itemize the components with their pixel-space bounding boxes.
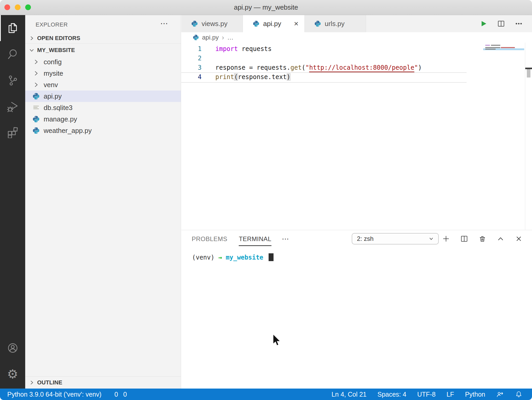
sidebar-more-actions-button[interactable]: ⋯ [160, 19, 169, 28]
status-item-ln-4-col-21[interactable]: Ln 4, Col 21 [331, 391, 367, 398]
tree-item-label: config [44, 58, 62, 66]
tree-item-mysite[interactable]: mysite [25, 68, 181, 79]
activity-bar-item-explorer[interactable] [0, 15, 25, 41]
line-number: 3 [181, 63, 202, 72]
editor-tab-views.py[interactable]: views.py [181, 15, 243, 32]
workspace-section[interactable]: MY_WEBSITE [25, 44, 181, 56]
panel-tab-terminal[interactable]: TERMINAL [239, 232, 271, 246]
tree-item-label: db.sqlite3 [44, 104, 72, 112]
breadcrumb-tail[interactable]: … [227, 34, 234, 41]
close-panel-icon[interactable] [514, 234, 523, 243]
more-actions-icon[interactable] [514, 19, 523, 28]
minimap-line [485, 45, 490, 46]
python-interpreter-status[interactable]: Python 3.9.0 64-bit ('venv': venv) [7, 391, 102, 398]
tree-item-manage.py[interactable]: manage.py [25, 113, 181, 125]
outline-label: OUTLINE [37, 379, 62, 386]
token-string: " [414, 64, 418, 71]
status-item-lf[interactable]: LF [447, 391, 454, 398]
python-icon [193, 34, 199, 41]
python-icon [32, 127, 40, 134]
scrollbar-handle[interactable] [527, 69, 530, 78]
line-text: response = requests.get("http://localhos… [215, 63, 422, 72]
token-plain: ) [418, 64, 422, 71]
code-line-3[interactable]: 3response = requests.get("http://localho… [181, 63, 483, 72]
token-bracket-match: ) [287, 73, 290, 81]
split-editor-icon[interactable] [497, 19, 506, 28]
status-item-python[interactable]: Python [465, 391, 485, 398]
terminal-venv: (venv) [192, 254, 215, 261]
activity-bar-item-extensions[interactable] [0, 119, 25, 145]
tab-label: urls.py [325, 20, 345, 28]
minimap-line [485, 47, 500, 48]
title-bar: api.py — my_website [0, 0, 532, 15]
panel-actions [442, 230, 523, 247]
tree-item-venv[interactable]: venv [25, 79, 181, 91]
status-item-spaces-4[interactable]: Spaces: 4 [377, 391, 406, 398]
activity-bar-item-source-control[interactable] [0, 67, 25, 93]
chevron-down-icon [428, 235, 435, 242]
chevron-right-icon [32, 69, 40, 77]
vscode-window: api.py — my_website ⚙ EXPLORER ⋯ OPEN ED… [0, 0, 532, 400]
file-tree: configmysitevenvapi.pydb.sqlite3manage.p… [25, 56, 181, 136]
minimap[interactable] [483, 43, 525, 121]
chevron-right-icon [32, 58, 40, 66]
token-bracket-match: ( [234, 73, 238, 81]
editor-tab-urls.py[interactable]: urls.py [304, 15, 366, 32]
token-keyword: import [215, 45, 238, 53]
gear-icon: ⚙ [7, 368, 18, 380]
feedback-icon[interactable] [496, 390, 504, 398]
open-editors-section[interactable]: OPEN EDITORS [25, 33, 181, 44]
explorer-sidebar: EXPLORER ⋯ OPEN EDITORS MY_WEBSITE confi… [25, 15, 181, 389]
run-icon[interactable] [479, 19, 488, 28]
breadcrumb[interactable]: api.py › … [181, 32, 532, 43]
token-plain: response.text [238, 73, 287, 81]
python-icon [32, 92, 40, 100]
panel-tab-problems[interactable]: PROBLEMS [192, 232, 227, 246]
python-icon [314, 20, 321, 27]
editor-tab-api.py[interactable]: api.py× [243, 15, 304, 32]
token-plain: requests [238, 45, 272, 53]
breadcrumb-file[interactable]: api.py [202, 34, 219, 41]
status-bar: Python 3.9.0 64-bit ('venv': venv) 0 0 L… [0, 389, 532, 400]
activity-bar-item-account[interactable] [0, 335, 25, 361]
search-icon [7, 48, 19, 60]
tree-item-label: weather_app.py [44, 127, 92, 135]
code-line-1[interactable]: 1import requests [181, 44, 483, 54]
activity-bar-item-search[interactable] [0, 41, 25, 67]
python-icon [253, 20, 260, 27]
tree-item-weather_app.py[interactable]: weather_app.py [25, 125, 181, 136]
editor-tabs-bar: views.pyapi.py×urls.py [181, 15, 532, 32]
code-editor[interactable]: 1import requests23response = requests.ge… [181, 43, 532, 230]
kill-terminal-icon[interactable] [478, 234, 487, 243]
problems-status[interactable]: 0 0 [112, 391, 127, 398]
status-bar-right: Ln 4, Col 21Spaces: 4UTF-8LFPython [331, 390, 532, 398]
code-lines: 1import requests23response = requests.ge… [181, 44, 483, 82]
activity-bar-item-run-debug[interactable] [0, 93, 25, 119]
tree-item-db.sqlite3[interactable]: db.sqlite3 [25, 102, 181, 113]
maximize-panel-icon[interactable] [496, 234, 505, 243]
panel-more-actions-button[interactable]: ⋯ [282, 235, 290, 243]
warning-count: 0 [123, 391, 127, 398]
source-control-icon [7, 74, 19, 86]
activity-bar-bottom: ⚙ [0, 335, 25, 387]
outline-section[interactable]: OUTLINE [25, 376, 181, 389]
editor-scrollbar[interactable] [525, 43, 532, 230]
tree-item-api.py[interactable]: api.py [25, 91, 181, 102]
chevron-right-icon [28, 35, 35, 42]
status-item-utf-8[interactable]: UTF-8 [417, 391, 436, 398]
terminal-prompt-arrow: → [218, 254, 222, 261]
sidebar-header: EXPLORER ⋯ [25, 15, 181, 33]
terminal-cursor [269, 253, 274, 261]
close-tab-button[interactable]: × [294, 20, 298, 28]
line-text: print(response.text) [215, 72, 290, 82]
token-function: print [215, 73, 234, 81]
tree-item-config[interactable]: config [25, 56, 181, 68]
terminal[interactable]: (venv) → my_website [192, 253, 532, 262]
code-line-2[interactable]: 2 [181, 54, 483, 63]
activity-bar-item-settings[interactable]: ⚙ [0, 361, 25, 387]
bell-icon[interactable] [515, 390, 523, 398]
code-line-4[interactable]: 4print(response.text) [181, 72, 483, 82]
split-terminal-icon[interactable] [460, 234, 469, 243]
terminal-shell-select[interactable]: 2: zsh [352, 233, 439, 244]
new-terminal-icon[interactable] [442, 234, 450, 243]
